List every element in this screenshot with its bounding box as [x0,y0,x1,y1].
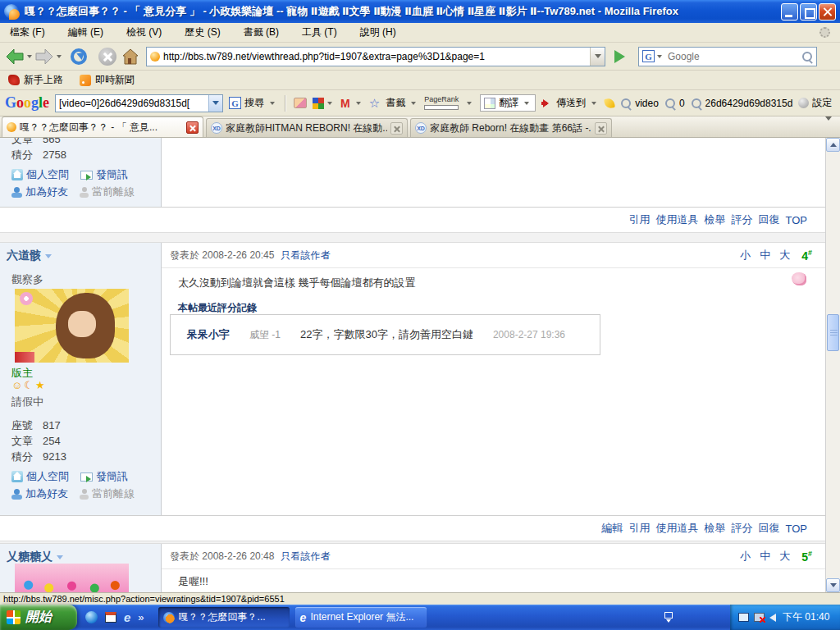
send-pm-link[interactable]: 發簡訊 [80,469,128,484]
find-term-hash[interactable]: 26d6429d69d8315d [691,98,793,109]
use-item-link[interactable]: 使用道具 [656,212,699,227]
top-link[interactable]: TOP [786,214,808,226]
app-window-icon[interactable] [105,612,116,623]
scroll-up-icon[interactable] [826,138,840,152]
task-firefox[interactable]: 嘎？？怎麼回事？... [158,607,290,628]
start-button[interactable]: 開始 [0,605,77,630]
search-magnifier-icon[interactable] [801,51,813,62]
tab-list-dropdown[interactable] [820,117,837,139]
add-friend-link[interactable]: 加為好友 [11,185,68,199]
report-link[interactable]: 檢舉 [705,212,726,227]
bookmarks-menu-button[interactable]: 書籤 [386,96,418,110]
bookmark-latest-news[interactable]: 即時新聞 [80,73,135,87]
globe-icon[interactable] [85,611,98,623]
font-large-link[interactable]: 大 [779,549,790,564]
post3-username[interactable]: 乂糖糖乂 [7,550,63,564]
toolbar-settings-button[interactable]: 設定 [798,96,832,110]
font-small-link[interactable]: 小 [740,549,751,564]
vertical-scrollbar[interactable] [826,138,840,592]
siteinfo-icon[interactable] [294,98,307,108]
google-search-input[interactable] [56,98,208,109]
menu-history[interactable]: 歷史 (S) [185,25,220,39]
font-medium-link[interactable]: 中 [760,549,770,564]
font-small-link[interactable]: 小 [740,248,751,262]
clock[interactable]: 下午 01:40 [783,610,829,624]
back-dropdown[interactable] [27,55,32,58]
add-friend-link[interactable]: 加為好友 [11,486,68,501]
reload-button[interactable] [71,48,87,65]
tab-current-thread[interactable]: 嘎？？怎麼回事？？ - 「 意見... [2,116,203,137]
tab-close-icon[interactable] [186,121,199,134]
send-to-button[interactable]: 傳送到 [541,96,599,110]
send-pm-link[interactable]: 發簡訊 [80,167,128,182]
top-link[interactable]: TOP [786,523,808,535]
reply-link[interactable]: 回復 [759,521,780,536]
gmail-button[interactable]: M [340,97,363,110]
forward-button[interactable] [34,48,54,66]
url-dropdown[interactable] [590,48,605,66]
menu-view[interactable]: 檢視 (V) [126,25,162,39]
floor-number[interactable]: 4# [801,249,812,262]
menu-help[interactable]: 說明 (H) [360,25,396,39]
display-tray-icon[interactable] [738,613,749,622]
scroll-down-icon[interactable] [826,578,840,592]
rating-user[interactable]: 呆呆小宇 [187,327,230,342]
stop-button[interactable] [98,48,116,66]
font-large-link[interactable]: 大 [779,248,790,262]
find-term-video[interactable]: video [620,98,659,109]
quote-link[interactable]: 引用 [629,521,651,536]
search-options-dropdown[interactable] [270,102,275,105]
tab-close-icon[interactable] [390,122,403,135]
back-button[interactable] [5,48,25,66]
menu-bookmarks[interactable]: 書籤 (B) [244,25,279,39]
restore-button[interactable] [800,3,817,21]
language-bar-icon[interactable] [664,612,673,623]
star-bookmark-icon[interactable]: ☆ [369,96,380,111]
minimize-button[interactable] [781,3,798,21]
menu-edit[interactable]: 編輯 (E) [68,25,103,39]
find-term-0[interactable]: 0 [664,98,685,109]
user-dropdown-icon[interactable] [57,555,63,559]
url-input[interactable] [160,51,590,62]
rate-link[interactable]: 評分 [732,521,753,536]
reply-link[interactable]: 回復 [759,212,780,227]
google-search-button[interactable]: G 搜尋 [229,96,277,110]
search-engine-dropdown[interactable] [657,55,662,58]
forward-dropdown[interactable] [57,55,62,58]
bookmark-getting-started[interactable]: 新手上路 [8,73,63,87]
only-author-link[interactable]: 只看該作者 [281,249,330,262]
user-dropdown-icon[interactable] [45,254,52,258]
report-link[interactable]: 檢舉 [705,521,726,536]
use-item-link[interactable]: 使用道具 [656,521,699,536]
close-button[interactable] [819,3,836,21]
menu-tools[interactable]: 工具 (T) [302,25,337,39]
google-search-dropdown[interactable] [208,95,222,112]
url-bar[interactable] [146,47,605,66]
translate-button[interactable]: 翻譯 [480,94,536,112]
floor-number[interactable]: 5# [801,550,812,564]
tab-close-icon[interactable] [595,122,607,135]
edit-link[interactable]: 編輯 [602,521,623,536]
font-medium-link[interactable]: 中 [760,248,770,262]
only-author-link[interactable]: 只看該作者 [281,550,330,564]
go-button[interactable] [609,47,630,66]
tab-reborn-2[interactable]: XD 家庭教師 Reborn! 在線動畫 第66話 -... [410,118,612,137]
menu-file[interactable]: 檔案 (F) [10,25,45,39]
pagerank-dropdown[interactable] [467,102,472,105]
google-search-combo[interactable] [55,94,223,112]
home-button[interactable] [121,48,139,66]
ie-icon[interactable]: e [124,611,130,623]
profile-space-link[interactable]: 個人空間 [11,469,69,484]
search-bar[interactable]: G [638,47,817,66]
google-bookmarks-button[interactable] [313,98,335,109]
quicklaunch-overflow-chevron[interactable]: » [138,611,144,623]
quote-link[interactable]: 引用 [629,212,651,227]
profile-space-link[interactable]: 個人空間 [11,167,69,182]
tab-reborn-1[interactable]: XD 家庭教師HITMAN REBORN! 在線動... [206,118,408,137]
search-input[interactable] [664,51,801,62]
rate-link[interactable]: 評分 [732,212,753,227]
network-error-icon[interactable] [754,613,765,622]
task-internet-explorer[interactable]: e Internet Explorer 無法... [295,607,427,628]
rate-flower-icon[interactable] [792,272,806,285]
highlighter-icon[interactable] [604,98,615,109]
